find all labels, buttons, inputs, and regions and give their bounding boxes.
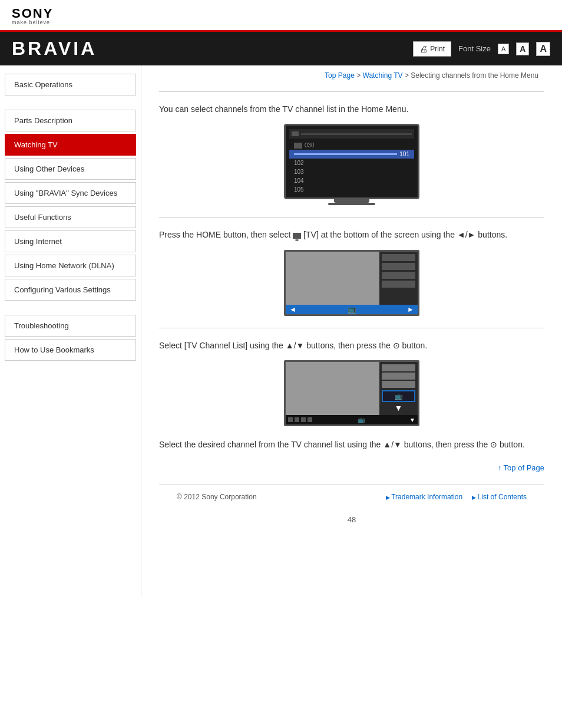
channel-item-102: 102 [289,159,414,167]
trademark-info-link[interactable]: Trademark Information [386,493,462,501]
tv-menu-line [301,133,412,135]
print-button[interactable]: 🖨 Print [413,41,451,57]
bottom-dots [288,417,312,422]
dot-1 [288,417,293,422]
tv-menu-icon [292,131,299,136]
breadcrumb-watching-tv[interactable]: Watching TV [363,71,403,80]
top-of-page-link[interactable]: Top of Page [504,463,544,472]
channel-tv-icon [294,143,302,149]
tv-base-1 [328,203,375,205]
channel-item-104: 104 [289,176,414,185]
tv-home-item-1 [382,254,415,261]
intro-section: You can select channels from the TV chan… [159,103,544,205]
intro-text: You can select channels from the TV chan… [159,103,544,116]
right-arrow-icon: ► [407,305,414,314]
tv-screen-1: 030 101 102 103 104 105 [284,124,419,199]
tv-icon-selected: 📺 [395,393,403,400]
divider-3 [159,328,544,328]
main-layout: Basic Operations Parts Description Watch… [0,65,562,596]
breadcrumb-top-page[interactable]: Top Page [325,71,355,80]
copyright: © 2012 Sony Corporation [177,493,257,501]
tv-home-bottom-bar: ◄ 📺 ► [286,305,418,314]
divider-2 [159,217,544,218]
printer-icon: 🖨 [419,44,428,54]
channel-item-103: 103 [289,167,414,176]
dot-2 [295,417,299,422]
breadcrumb-current: Selecting channels from the Home Menu [411,71,538,80]
tv-home-main [286,252,379,305]
sidebar-item-useful-functions[interactable]: Useful Functions [5,206,136,228]
sidebar-item-troubleshooting[interactable]: Troubleshooting [5,315,136,337]
bottom-down-arrow-icon: ▼ [409,417,415,423]
left-arrow-icon: ◄ [289,305,296,314]
breadcrumb-sep2: > [405,71,411,80]
breadcrumb-sep1: > [356,71,362,80]
sidebar-item-using-internet[interactable]: Using Internet [5,230,136,252]
tv-channel-main [286,362,379,415]
bravia-title: BRAVIA [12,38,97,60]
tv-channel-bottom-bar: 📺 ▼ [286,415,418,424]
tv-mockup-1: 030 101 102 103 104 105 [159,124,544,205]
channel-item-101: 101 [289,150,414,159]
tv-home-sidebar [379,252,418,305]
step1-section: Press the HOME button, then select [TV] … [159,228,544,315]
tv-channel-sidebar: 📺 ▼ [379,362,418,415]
sony-name: SONY [12,7,550,20]
page-footer: © 2012 Sony Corporation Trademark Inform… [159,484,544,509]
sidebar-item-using-other-devices[interactable]: Using Other Devices [5,158,136,180]
step2-text: Select [TV Channel List] using the ▲/▼ b… [159,339,544,352]
tv-channel-item-2 [382,373,415,380]
font-small-button[interactable]: A [498,44,509,54]
tv-home-inner [286,252,418,305]
list-of-contents-link[interactable]: List of Contents [472,493,527,501]
sony-tagline: make.believe [12,20,550,25]
tv-channel-inner: 📺 ▼ [286,362,418,415]
tv-icon-home: 📺 [348,305,356,314]
bravia-controls: 🖨 Print Font Size A A A [413,41,550,57]
step1-text: Press the HOME button, then select [TV] … [159,228,544,241]
channel-list: 030 101 102 103 104 105 [289,141,414,194]
dot-3 [301,417,306,422]
tv-channel-item-1 [382,364,415,371]
top-header: SONY make.believe [0,0,562,32]
font-medium-button[interactable]: A [516,42,529,55]
print-label: Print [430,45,445,53]
tv-mockup-3: 📺 ▼ 📺 ▼ [284,360,419,426]
sidebar-item-home-network[interactable]: Using Home Network (DLNA) [5,255,136,276]
content-area: Top Page > Watching TV > Selecting chann… [141,65,562,596]
tv-home-item-2 [382,263,415,270]
tv-home-item-3 [382,272,415,279]
page-number: 48 [159,509,544,530]
font-size-label: Font Size [458,44,491,53]
divider-1 [159,91,544,92]
tv-channel-selected-box: 📺 [382,390,415,402]
sidebar-item-bravia-sync[interactable]: Using "BRAVIA" Sync Devices [5,182,136,204]
tv-menu-bar [289,129,414,139]
tv-mockup-2: ◄ 📺 ► [284,250,419,316]
step3-text: Select the desired channel from the TV c… [159,438,544,451]
bravia-bar: BRAVIA 🖨 Print Font Size A A A [0,32,562,65]
channel-item-105: 105 [289,185,414,194]
tv-icon-bottom: 📺 [358,417,365,423]
sidebar-item-bookmarks[interactable]: How to Use Bookmarks [5,339,136,361]
sidebar-item-watching-tv[interactable]: Watching TV [5,134,136,156]
dot-4 [308,417,312,422]
footer-bottom: © 2012 Sony Corporation Trademark Inform… [177,493,527,501]
step2-section: Select [TV Channel List] using the ▲/▼ b… [159,339,544,426]
font-large-button[interactable]: A [536,42,550,56]
step3-section: Select the desired channel from the TV c… [159,438,544,451]
tv-home-item-4 [382,281,415,288]
breadcrumb: Top Page > Watching TV > Selecting chann… [159,71,544,80]
channel-item-icon: 030 [289,141,414,150]
top-of-page[interactable]: ↑ Top of Page [159,463,544,472]
tv-channel-item-3 [382,381,415,388]
sidebar-item-basic-operations[interactable]: Basic Operations [5,74,136,95]
sidebar: Basic Operations Parts Description Watch… [0,65,141,596]
footer-links: Trademark Information List of Contents [386,493,527,501]
sidebar-item-parts-description[interactable]: Parts Description [5,110,136,131]
tv-down-arrow: ▼ [382,403,415,413]
sidebar-item-configuring-settings[interactable]: Configuring Various Settings [5,279,136,301]
sony-logo: SONY make.believe [12,7,550,25]
